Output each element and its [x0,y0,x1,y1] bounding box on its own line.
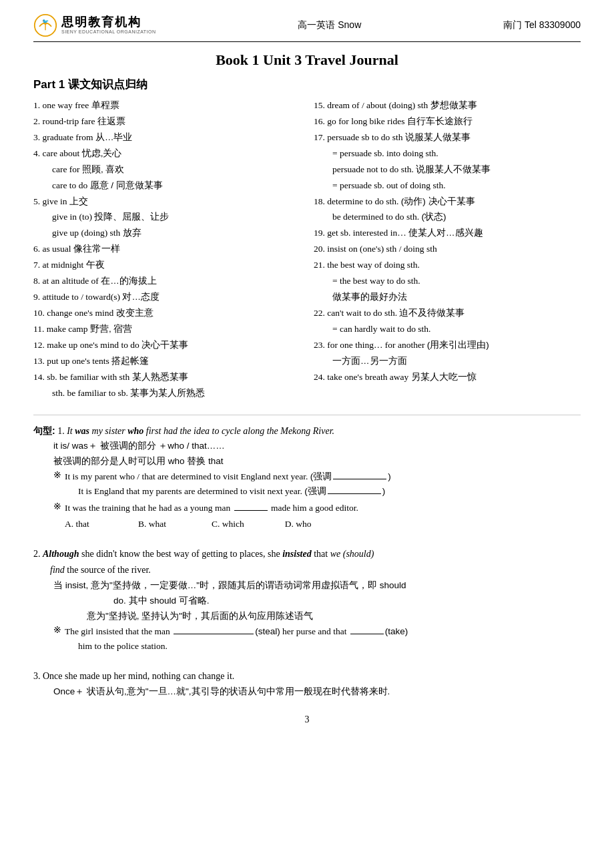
sentence-block-2-header: 2. Although she didn't know the best way… [33,546,581,562]
blank-5 [350,634,384,634]
vocab-item: 17. persuade sb to do sth 说服某人做某事 [314,131,581,145]
logo-icon: 🐦 [33,13,57,37]
vocab-item: 14. sb. be familiar with sth 某人熟悉某事 [33,371,300,385]
star-item-2: ※ It was the training that he had as a y… [53,501,581,532]
mc-option-d: D. who [285,517,358,531]
star-line: It is my parent who / that are determine… [65,469,391,484]
vocab-item: 8. at an altitude of 在…的海拔上 [33,274,300,288]
vocab-item: 2. round-trip fare 往返票 [33,115,300,129]
sentence-num-3: 3. Once she made up her mind, nothing ca… [33,671,234,681]
star-icon: ※ [53,501,61,512]
header: 🐦 思明教育机构 SIENY EDUCATIONAL ORGANIZATION … [33,13,581,42]
vocab-col-left: 1. one way free 单程票 2. round-trip fare 往… [33,99,307,403]
vocab-item: 22. can't wait to do sth. 迫不及待做某事 [314,306,581,320]
sentence-num-1: 1. [57,426,67,436]
vocab-item: 做某事的最好办法 [332,290,581,304]
sentence-block-2: 2. Although she didn't know the best way… [33,546,581,654]
sentence-section: 句型: 1. It was my sister who first had th… [33,423,581,700]
sentence-block-2-cont: find the source of the river. [50,562,581,578]
star-content: It is my parent who / that are determine… [65,469,391,499]
sentence-line: it is/ was＋ 被强调的部分 ＋who / that…… [53,439,581,454]
vocab-col-right: 15. dream of / about (doing) sth 梦想做某事 1… [307,99,581,403]
vocab-item: 6. as usual 像往常一样 [33,242,300,256]
vocab-item: 3. graduate from 从…毕业 [33,131,300,145]
logo-text: 思明教育机构 SIENY EDUCATIONAL ORGANIZATION [61,16,156,34]
vocab-item: be determined to do sth. (状态) [332,210,581,224]
star-item-1: ※ It is my parent who / that are determi… [53,469,581,499]
blank-4 [174,634,254,634]
blank-2 [328,493,381,494]
logo-area: 🐦 思明教育机构 SIENY EDUCATIONAL ORGANIZATION [33,13,156,37]
vocab-item: 16. go for long bike rides 自行车长途旅行 [314,115,581,129]
mc-option-c: C. which [212,517,285,531]
page-number: 3 [33,714,581,725]
vocab-item: = the best way to do sth. [332,274,581,288]
vocab-item: 24. take one's breath away 另某人大吃一惊 [314,371,581,385]
vocab-item: 19. get sb. interested in… 使某人对…感兴趣 [314,226,581,240]
header-right: 南门 Tel 83309000 [503,19,581,31]
header-center: 高一英语 Snow [298,19,361,31]
vocab-item: = can hardly wait to do sth. [332,322,581,337]
mc-option-a: A. that [65,517,138,531]
sentence-block-1: 句型: 1. It was my sister who first had th… [33,423,581,532]
star-icon: ※ [53,624,61,636]
vocab-item: 5. give in 上交 [33,195,300,209]
vocab-item: 11. make camp 野营, 宿营 [33,322,300,337]
star-line: It was the training that he had as a you… [65,501,358,515]
sentence-block-1-header: 句型: 1. It was my sister who first had th… [33,423,581,439]
blank-1 [333,479,386,479]
vocab-item: 21. the best way of doing sth. [314,258,581,272]
blank-3 [234,510,268,511]
star-sub-line: It is England that my parents are determ… [78,484,391,499]
star-item-3: ※ The girl insisted that the man (steal)… [53,624,581,654]
vocab-item: 一方面…另一方面 [332,355,581,369]
vocab-item: 13. put up one's tents 搭起帐篷 [33,355,300,369]
vocab-item: care to do 愿意 / 同意做某事 [52,179,300,193]
star-icon: ※ [53,469,61,481]
divider [33,415,581,415]
logo-english: SIENY EDUCATIONAL ORGANIZATION [61,29,156,35]
vocab-item: sth. be familiar to sb. 某事为某人所熟悉 [52,387,300,401]
mc-option-b: B. what [138,517,212,531]
sentence-line: do. 其中 should 可省略. [113,594,581,609]
vocab-section: 1. one way free 单程票 2. round-trip fare 往… [33,99,581,403]
part1-heading-text: Part 1 课文知识点归纳 [33,78,147,91]
logo-chinese: 思明教育机构 [61,16,156,29]
sentence-label: 句型: [33,425,55,436]
vocab-item: 12. make up one's mind to do 决心干某事 [33,339,300,353]
main-title: Book 1 Unit 3 Travel Journal [33,51,581,69]
sentence-block-3-header: 3. Once she made up her mind, nothing ca… [33,668,581,684]
vocab-item: = persuade sb. out of doing sth. [332,179,581,193]
part1-heading: Part 1 课文知识点归纳 [33,77,581,92]
vocab-item: give in (to) 投降、屈服、让步 [52,210,300,224]
vocab-item: give up (doing) sth 放弃 [52,226,300,240]
vocab-item: = persuade sb. into doing sth. [332,147,581,161]
vocab-item: 23. for one thing… for another (用来引出理由) [314,339,581,353]
star-content: It was the training that he had as a you… [65,501,358,532]
sentence-line: 被强调的部分是人时可以用 who 替换 that [53,454,581,469]
sentence-num-2: 2. [33,549,43,559]
vocab-item: care for 照顾, 喜欢 [52,163,300,177]
star-content: The girl insisted that the man (steal) h… [65,624,408,654]
star-line: The girl insisted that the man (steal) h… [65,624,408,639]
vocab-item: 15. dream of / about (doing) sth 梦想做某事 [314,99,581,113]
star-sub-line: him to the police station. [78,639,408,654]
sentence-block-3: 3. Once she made up her mind, nothing ca… [33,668,581,700]
page: 🐦 思明教育机构 SIENY EDUCATIONAL ORGANIZATION … [0,0,614,868]
vocab-item: 10. change one's mind 改变主意 [33,306,300,320]
vocab-item: 18. determine to do sth. (动作) 决心干某事 [314,195,581,209]
vocab-item: 7. at midnight 午夜 [33,258,300,272]
vocab-item: 4. care about 忧虑,关心 [33,147,300,161]
vocab-item: 1. one way free 单程票 [33,99,300,113]
vocab-item: 9. attitude to / toward(s) 对…态度 [33,290,300,304]
mc-row: A. that B. what C. which D. who [65,517,358,531]
vocab-item: 20. insist on (one's) sth / doing sth [314,242,581,256]
sentence-line: 意为"坚持说, 坚持认为"时，其后面的从句应用陈述语气 [87,609,581,624]
sentence-line: Once＋ 状语从句,意为"一旦…就",其引导的状语从句中常用一般现在时代替将来… [53,684,581,700]
vocab-item: persuade not to do sth. 说服某人不做某事 [332,163,581,177]
sentence-line: 当 insist, 意为"坚持做，一定要做…"时，跟随其后的谓语动词常用虚拟语气… [53,578,581,594]
